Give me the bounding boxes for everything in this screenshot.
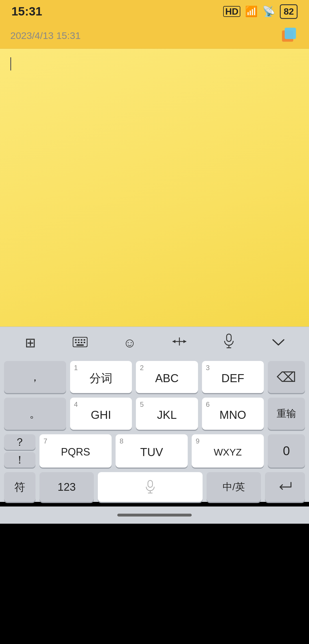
key-1-fenci[interactable]: 1 分词 xyxy=(70,361,132,393)
svg-rect-3 xyxy=(75,339,77,341)
fu-key[interactable]: 符 xyxy=(4,472,35,502)
key-label-mno: MNO xyxy=(219,409,246,421)
svg-marker-14 xyxy=(183,340,186,343)
punct-question-key[interactable]: ？ xyxy=(4,434,35,450)
key-number-8: 8 xyxy=(120,437,123,445)
key-2-abc[interactable]: 2 ABC xyxy=(136,361,198,393)
key-number-9: 9 xyxy=(196,437,199,445)
note-area[interactable] xyxy=(0,49,309,327)
key-label-abc: ABC xyxy=(155,372,179,385)
lang-label: 中/英 xyxy=(223,480,245,494)
key-number-2: 2 xyxy=(140,364,144,372)
svg-rect-6 xyxy=(84,339,85,341)
keyboard-layout-button[interactable] xyxy=(60,333,100,353)
battery-indicator: 82 xyxy=(280,4,298,19)
apps-icon: ⊞ xyxy=(25,335,36,350)
key-number-7: 7 xyxy=(43,437,47,445)
key-number-4: 4 xyxy=(74,400,78,409)
reset-key[interactable]: 重输 xyxy=(268,398,305,430)
mic-button[interactable] xyxy=(209,333,249,353)
enter-key[interactable] xyxy=(265,472,305,502)
svg-rect-11 xyxy=(76,344,84,346)
keyboard: ， 1 分词 2 ABC 3 DEF ⌫ 。 4 GHI 5 JKL xyxy=(0,358,309,502)
backspace-icon: ⌫ xyxy=(277,369,296,385)
backspace-key[interactable]: ⌫ xyxy=(268,361,305,393)
note-date: 2023/4/13 15:31 xyxy=(10,30,81,41)
key-label-def: DEF xyxy=(221,372,244,385)
status-bar: 15:31 HD 📶 📡 82 xyxy=(0,0,309,23)
svg-rect-9 xyxy=(81,342,82,343)
punct-period-key[interactable]: 。 xyxy=(4,398,66,430)
svg-rect-1 xyxy=(285,28,296,39)
key-4-ghi[interactable]: 4 GHI xyxy=(70,398,132,430)
svg-rect-5 xyxy=(81,339,82,341)
svg-rect-16 xyxy=(227,334,231,341)
svg-rect-7 xyxy=(75,342,77,343)
punct-exclaim-key[interactable]: ！ xyxy=(4,452,35,468)
num-key[interactable]: 123 xyxy=(39,472,94,502)
fu-label: 符 xyxy=(14,480,25,494)
hd-icon: HD xyxy=(223,6,240,17)
text-cursor xyxy=(10,57,11,70)
emoji-icon: ☺ xyxy=(123,335,136,350)
key-label-jkl: JKL xyxy=(157,409,177,421)
status-time: 15:31 xyxy=(11,5,42,18)
key-label-tuv: TUV xyxy=(140,446,163,459)
key-number-3: 3 xyxy=(206,364,210,372)
keyboard-toolbar: ⊞ ☺ xyxy=(0,327,309,358)
collapse-keyboard-button[interactable] xyxy=(258,333,298,353)
key-5-jkl[interactable]: 5 JKL xyxy=(136,398,198,430)
key-9-wxyz[interactable]: 9 WXYZ xyxy=(192,434,264,468)
svg-rect-19 xyxy=(148,480,152,487)
keyboard-bottom-row: 符 123 中/英 xyxy=(4,472,305,502)
signal-icon: 📶 xyxy=(245,5,258,17)
key-number-5: 5 xyxy=(140,400,144,409)
wifi-icon: 📡 xyxy=(262,5,275,17)
space-key[interactable] xyxy=(98,472,203,502)
key-3-def[interactable]: 3 DEF xyxy=(202,361,264,393)
mic-icon xyxy=(223,333,234,352)
key-label-pqrs: PQRS xyxy=(61,446,90,458)
num-label: 123 xyxy=(58,481,76,493)
note-header: 2023/4/13 15:31 xyxy=(0,23,309,49)
note-icon-button[interactable] xyxy=(280,27,299,45)
key-label-fenci: 分词 xyxy=(90,370,112,386)
key-7-pqrs[interactable]: 7 PQRS xyxy=(39,434,112,468)
key-6-mno[interactable]: 6 MNO xyxy=(202,398,264,430)
key-8-tuv[interactable]: 8 TUV xyxy=(116,434,188,468)
lang-key[interactable]: 中/英 xyxy=(207,472,261,502)
reset-label: 重输 xyxy=(277,407,296,420)
key-0[interactable]: 0 xyxy=(268,434,305,468)
emoji-button[interactable]: ☺ xyxy=(110,333,150,353)
key-number-6: 6 xyxy=(206,400,210,409)
cursor-move-icon xyxy=(171,335,187,350)
cursor-move-button[interactable] xyxy=(159,333,199,353)
svg-rect-4 xyxy=(78,339,80,341)
collapse-icon xyxy=(271,335,286,350)
key-label-wxyz: WXYZ xyxy=(214,447,242,458)
svg-rect-10 xyxy=(84,342,85,343)
home-indicator xyxy=(117,514,192,517)
svg-marker-13 xyxy=(173,340,175,343)
home-bar xyxy=(0,506,309,524)
apps-toolbar-button[interactable]: ⊞ xyxy=(11,333,51,353)
enter-icon xyxy=(278,480,292,494)
zero-label: 0 xyxy=(283,444,290,458)
keyboard-icon xyxy=(73,335,88,350)
space-mic-icon xyxy=(145,480,155,494)
key-label-ghi: GHI xyxy=(91,409,111,421)
key-number-1: 1 xyxy=(74,364,78,372)
status-icons: HD 📶 📡 82 xyxy=(223,4,298,19)
svg-rect-8 xyxy=(78,342,80,343)
punct-comma-key[interactable]: ， xyxy=(4,361,66,393)
